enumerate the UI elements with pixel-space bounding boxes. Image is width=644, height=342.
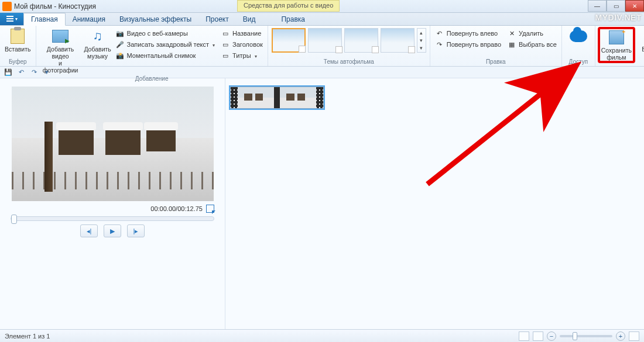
cloud-icon [570, 30, 587, 42]
ribbon: Вставить Буфер Добавить видео и фотограф… [0, 26, 644, 67]
group-edit: ↶Повернуть влево ↷Повернуть вправо ✕Удал… [430, 26, 562, 66]
zoom-fit-button[interactable] [629, 331, 639, 341]
paste-button[interactable]: Вставить [2, 27, 33, 54]
contextual-tab-label: Средства для работы с видео [237, 0, 340, 12]
save-movie-label: Сохранить фильм [601, 47, 632, 61]
timeline-clip[interactable] [230, 87, 324, 109]
fullscreen-button[interactable] [206, 205, 214, 213]
tab-home[interactable]: Главная [23, 13, 66, 26]
delete-button[interactable]: ✕Удалить [505, 28, 559, 39]
save-movie-button[interactable]: Сохранить фильм [598, 27, 635, 63]
music-note-icon: ♫ [93, 29, 102, 43]
status-bar: Элемент 1 из 1 − + [0, 329, 644, 342]
status-text: Элемент 1 из 1 [5, 333, 50, 340]
group-finish: Сохранить фильм Войти [595, 26, 644, 66]
select-all-icon: ▦ [507, 40, 516, 49]
minimize-button[interactable]: — [588, 0, 607, 12]
qat-undo-button[interactable]: ↶ [16, 68, 26, 77]
theme-gallery-more[interactable]: ▴▾▾ [417, 28, 426, 53]
group-themes-label: Темы автофильма [270, 58, 427, 66]
theme-gallery[interactable]: ▴▾▾ [270, 27, 427, 54]
select-all-button[interactable]: ▦Выбрать все [505, 39, 559, 50]
preview-pane: 00:00.00/00:12.75 ◂| ▶ |▸ [0, 78, 225, 329]
tab-animation[interactable]: Анимация [66, 13, 112, 25]
play-button[interactable]: ▶ [104, 224, 121, 237]
rotate-left-button[interactable]: ↶Повернуть влево [433, 28, 503, 39]
clipboard-icon [11, 29, 25, 44]
theme-1[interactable] [272, 28, 306, 53]
rotate-right-button[interactable]: ↷Повернуть вправо [433, 39, 503, 50]
zoom-slider[interactable] [560, 335, 612, 337]
clip-thumbnail [280, 87, 316, 108]
group-add: Добавить видео и фотографии ♫ Добавить м… [36, 26, 268, 66]
add-music-label: Добавить музыку [84, 46, 111, 60]
qat-customize-button[interactable]: ▾ [42, 68, 52, 77]
paste-label: Вставить [5, 46, 31, 53]
qat-redo-button[interactable]: ↷ [29, 68, 39, 77]
film-sprocket-icon [316, 87, 323, 108]
camera-icon: 📸 [115, 51, 125, 60]
signin-label: Войти [642, 46, 644, 53]
webcam-button[interactable]: 📷Видео с веб-камеры [113, 28, 218, 39]
group-share-label: Доступ [564, 58, 592, 66]
ribbon-tab-row: Главная Анимация Визуальные эффекты Прое… [0, 13, 644, 26]
file-menu-button[interactable] [0, 12, 23, 25]
zoom-thumb[interactable] [573, 332, 577, 340]
playback-time: 00:00.00/00:12.75 [150, 205, 203, 212]
view-thumbnails-button[interactable] [519, 331, 529, 341]
theme-2[interactable] [308, 28, 342, 53]
video-preview[interactable] [12, 87, 214, 201]
rotate-right-icon: ↷ [435, 40, 444, 49]
prev-frame-button[interactable]: ◂| [80, 224, 98, 237]
view-details-button[interactable] [533, 331, 543, 341]
credits-icon: ▭ [221, 51, 230, 60]
title-bar: Мой фильм - Киностудия Средства для рабо… [0, 0, 644, 13]
film-sprocket-icon [231, 87, 238, 108]
window-title: Мой фильм - Киностудия [14, 2, 96, 11]
zoom-in-button[interactable]: + [616, 331, 625, 341]
save-movie-icon [609, 30, 624, 44]
tab-edit-context[interactable]: Правка [274, 13, 312, 25]
rotate-left-icon: ↶ [435, 29, 444, 38]
group-buffer: Вставить Буфер [0, 26, 36, 66]
scrub-thumb[interactable] [11, 215, 17, 224]
caption-icon: ▭ [221, 40, 230, 49]
group-themes: ▴▾▾ Темы автофильма [268, 26, 430, 66]
close-button[interactable]: ✕ [625, 0, 644, 12]
group-buffer-label: Буфер [2, 58, 33, 66]
next-frame-button[interactable]: |▸ [127, 224, 145, 237]
microphone-icon: 🎤 [115, 40, 125, 49]
zoom-out-button[interactable]: − [547, 331, 556, 341]
film-plus-icon [52, 30, 68, 43]
add-music-button[interactable]: ♫ Добавить музыку [84, 27, 112, 61]
onedrive-button[interactable] [564, 27, 592, 47]
app-icon [2, 2, 12, 11]
webcam-icon: 📷 [115, 29, 125, 38]
caption-button[interactable]: ▭Заголовок [218, 39, 265, 50]
scrub-slider[interactable] [11, 216, 214, 221]
workspace: 00:00.00/00:12.75 ◂| ▶ |▸ [0, 78, 644, 329]
qat-save-button[interactable]: 💾 [4, 68, 13, 77]
narration-button[interactable]: 🎤Записать закадровый текст [113, 39, 218, 50]
theme-3[interactable] [344, 28, 378, 53]
credits-button[interactable]: ▭Титры [218, 50, 265, 61]
tab-effects[interactable]: Визуальные эффекты [112, 13, 198, 25]
theme-4[interactable] [381, 28, 415, 53]
title-button[interactable]: ▭Название [218, 28, 265, 39]
title-icon: ▭ [221, 29, 230, 38]
timeline-pane[interactable] [225, 78, 644, 329]
group-edit-label: Правка [433, 58, 559, 66]
delete-icon: ✕ [507, 29, 516, 38]
tab-project[interactable]: Проект [198, 13, 236, 25]
signin-button[interactable]: Войти [636, 27, 644, 54]
maximize-button[interactable]: ▭ [607, 0, 625, 12]
clip-thumbnail [238, 87, 274, 108]
tab-view[interactable]: Вид [236, 13, 263, 25]
snapshot-button[interactable]: 📸Моментальный снимок [113, 50, 218, 61]
group-share: Доступ [562, 26, 595, 66]
